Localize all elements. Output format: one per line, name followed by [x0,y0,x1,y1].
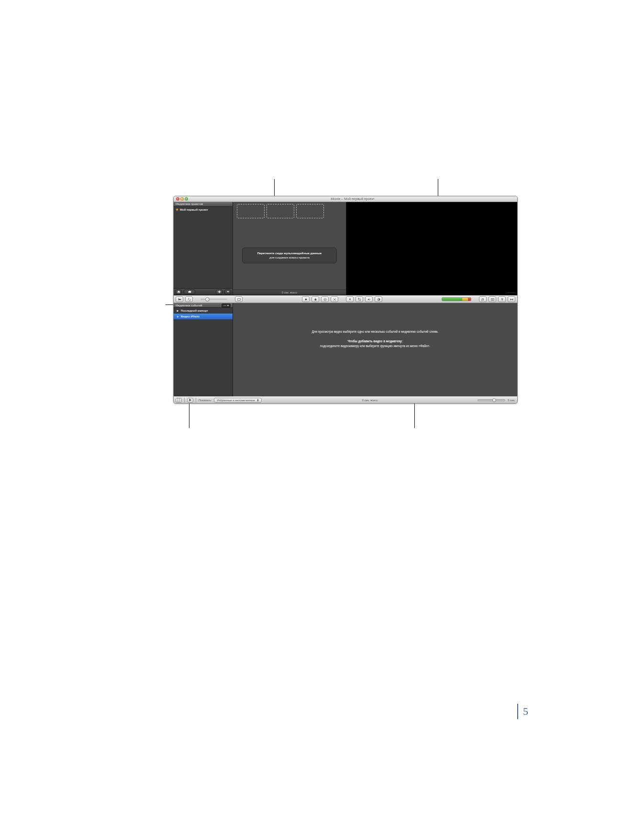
event-msg-line2: Чтобы добавить видео в медиатеку: [347,339,402,343]
event-library-header: Медиатека событий — ▾ [174,303,233,308]
popup-arrows-icon: ▲▼ [257,399,259,402]
project-item[interactable]: ★ Мой первый проект [174,207,233,213]
preview-viewer[interactable]: — —— [346,202,517,295]
frame-view-button[interactable] [235,296,243,302]
center-toolbar [174,295,517,303]
project-item-label: Мой первый проект [180,208,208,211]
audio-meter [442,297,471,301]
filter-popup[interactable]: Избранные и непомеченные ▲▼ [214,398,262,403]
thumbnail-size-slider[interactable] [200,299,227,300]
window-controls [174,197,188,201]
audio-adjust-button[interactable] [365,296,373,302]
project-library-header: Медиатека проектов [174,202,233,207]
camera-icon: ■ [176,309,179,312]
drop-hint: Перетяните сюда мультимедийные данные дл… [242,248,337,263]
add-to-project-button[interactable] [302,296,310,302]
import-camera-button[interactable] [176,296,183,302]
slider-knob[interactable] [492,398,496,402]
chevron-icon: ▾ [227,304,229,307]
event-msg-line3: подсоедините видеокамеру или выберите фу… [247,344,503,349]
svg-rect-2 [237,298,240,300]
event-zoom-slider[interactable] [477,399,505,401]
event-msg-line1: Для просмотра видео выберите одно или не… [247,329,503,334]
close-window-button[interactable] [176,197,179,201]
svg-rect-0 [178,299,180,300]
imovie-window: iMovie – Мой первый проект Медиатека про… [173,196,518,404]
play-button[interactable] [187,398,193,403]
music-browser-button[interactable] [479,296,487,302]
event-library-header-label: Медиатека событий [176,304,202,307]
lower-pane: Медиатека событий — ▾ ■ Последний импорт… [174,303,517,396]
minimize-window-button[interactable] [180,197,184,201]
slider-knob[interactable] [205,297,210,302]
show-label: Показать: [199,399,211,402]
clip-placeholder [296,204,324,218]
clip-placeholder [237,204,265,218]
footer-bar: Показать: Избранные и непомеченные ▲▼ 0 … [174,396,517,403]
viewer-timecode: — —— [508,291,515,294]
reject-button[interactable] [331,296,338,302]
transitions-browser-button[interactable] [508,296,515,302]
event-browser[interactable]: Для просмотра видео выберите одно или не… [233,303,517,396]
window-title: iMovie – Мой первый проект [188,197,517,201]
zoom-window-button[interactable] [185,197,188,201]
titles-browser-button[interactable] [498,296,506,302]
video-adjust-button[interactable] [375,296,382,302]
fullscreen-button[interactable] [176,398,182,403]
new-project-button[interactable] [216,290,222,294]
voiceover-button[interactable] [346,296,354,302]
svg-point-7 [492,299,493,300]
page-number: 5 [517,704,533,719]
filter-popup-label: Избранные и непомеченные [217,399,255,402]
project-library-sidebar: Медиатека проектов ★ Мой первый проект [174,202,233,295]
favorite-button[interactable] [311,296,319,302]
svg-point-1 [178,298,178,298]
share-popup-button[interactable] [184,290,195,294]
clip-placeholder [266,204,294,218]
project-time-status: 0 сек. всего [233,290,346,295]
iphoto-icon: ✦ [176,315,179,318]
photo-browser-button[interactable] [489,296,496,302]
event-library-sidebar: Медиатека событий — ▾ ■ Последний импорт… [174,303,233,396]
event-item-label: Видео iPhoto [181,315,200,318]
drop-hint-line2: для создания нового проекта [244,255,334,259]
project-actions-button[interactable] [224,290,231,294]
year-filter-chip[interactable]: — ▾ [222,304,231,307]
project-timeline[interactable]: Перетяните сюда мультимедийные данные дл… [233,202,346,295]
zoom-value-label: 5 сек. [508,399,515,402]
event-item-label: Последний импорт [181,309,208,312]
clip-placeholders [237,204,324,218]
home-button[interactable] [175,290,182,294]
drop-hint-line1: Перетяните сюда мультимедийные данные [257,251,322,255]
event-empty-message: Для просмотра видео выберите одно или не… [247,329,503,349]
upper-pane: Медиатека проектов ★ Мой первый проект [174,202,517,295]
star-icon: ★ [176,208,178,212]
crop-button[interactable] [355,296,363,302]
event-item-iphoto[interactable]: ✦ Видео iPhoto [174,314,233,319]
svg-rect-6 [491,298,494,300]
unmark-button[interactable] [321,296,329,302]
project-sidebar-footer [174,288,233,295]
swap-panes-button[interactable] [185,296,193,302]
event-time-status: 0 сек. всего [362,399,378,402]
titlebar: iMovie – Мой первый проект [174,196,517,202]
event-item-last-import[interactable]: ■ Последний импорт [174,308,233,314]
